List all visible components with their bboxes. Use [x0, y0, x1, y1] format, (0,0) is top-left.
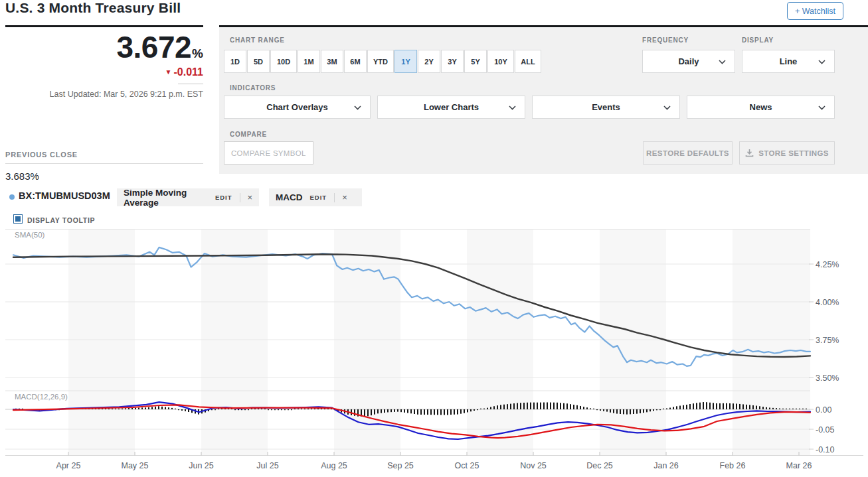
macd-histogram-bar — [689, 404, 691, 409]
macd-histogram-bar — [314, 409, 315, 409]
x-axis-label: Sep 25 — [387, 461, 414, 470]
display-tooltip-checkbox[interactable] — [13, 214, 23, 224]
macd-histogram-bar — [188, 409, 189, 412]
macd-histogram-bar — [437, 409, 438, 415]
macd-histogram-bar — [527, 403, 528, 409]
macd-histogram-bar — [776, 408, 777, 409]
macd-histogram-bar — [281, 409, 282, 410]
macd-histogram-bar — [244, 409, 246, 410]
macd-histogram-bar — [474, 409, 475, 411]
range-button-ytd[interactable]: YTD — [367, 50, 394, 73]
range-button-6m[interactable]: 6M — [344, 50, 367, 73]
macd-histogram-bar — [550, 403, 551, 409]
frequency-label: FREQUENCY — [642, 36, 689, 44]
events-dropdown[interactable]: Events — [532, 96, 680, 119]
macd-histogram-bar — [158, 406, 159, 409]
last-updated: Last Updated: Mar 5, 2026 9:21 p.m. EST — [50, 90, 203, 99]
range-button-5d[interactable]: 5D — [247, 50, 270, 73]
macd-histogram-bar — [576, 405, 578, 409]
macd-histogram-bar — [298, 409, 299, 409]
store-settings-button[interactable]: STORE SETTINGS — [739, 141, 835, 165]
macd-histogram-bar — [374, 409, 375, 415]
range-button-1m[interactable]: 1M — [298, 50, 320, 73]
indicators-label: INDICATORS — [230, 84, 276, 92]
range-button-2y[interactable]: 2Y — [418, 50, 440, 73]
macd-histogram-bar — [626, 409, 628, 415]
news-dropdown[interactable]: News — [687, 96, 835, 119]
edit-button[interactable]: EDIT — [215, 194, 232, 201]
macd-histogram-bar — [387, 409, 389, 412]
chart-overlays-value: Chart Overlays — [266, 102, 328, 112]
macd-histogram-bar — [806, 409, 807, 409]
macd-histogram-bar — [669, 408, 671, 409]
macd-histogram-bar — [118, 409, 120, 409]
range-button-all[interactable]: ALL — [515, 50, 541, 73]
x-axis-label: Dec 25 — [586, 461, 613, 470]
macd-histogram-bar — [238, 409, 239, 410]
range-button-10d[interactable]: 10D — [270, 50, 297, 73]
y-axis-label: -0.05 — [816, 425, 835, 435]
compare-symbol-input[interactable] — [224, 141, 313, 165]
macd-histogram-bar — [792, 409, 794, 409]
restore-defaults-button[interactable]: RESTORE DEFAULTS — [643, 141, 733, 165]
macd-histogram-bar — [596, 409, 598, 410]
lower-charts-dropdown[interactable]: Lower Charts — [377, 96, 525, 119]
close-icon[interactable]: × — [247, 193, 252, 202]
macd-histogram-bar — [397, 409, 398, 412]
macd-histogram-bar — [400, 409, 402, 412]
range-button-1y[interactable]: 1Y — [394, 50, 417, 73]
macd-histogram-bar — [630, 409, 631, 414]
macd-histogram-bar — [643, 409, 644, 413]
range-button-5y[interactable]: 5Y — [464, 50, 487, 73]
macd-histogram-bar — [666, 408, 667, 409]
macd-histogram-bar — [460, 409, 462, 414]
watchlist-button[interactable]: + Watchlist — [787, 2, 843, 20]
store-settings-label: STORE SETTINGS — [758, 149, 829, 157]
quote-page: U.S. 3 Month Treasury Bill 3.672% ▼-0.01… — [0, 0, 868, 477]
macd-histogram-bar — [215, 409, 216, 410]
range-button-1d[interactable]: 1D — [224, 50, 246, 73]
macd-histogram-bar — [686, 405, 687, 409]
frequency-dropdown[interactable]: Daily — [642, 50, 735, 73]
month-band — [600, 230, 666, 455]
chart-overlays-dropdown[interactable]: Chart Overlays — [224, 96, 371, 119]
range-button-3m[interactable]: 3M — [321, 50, 343, 73]
close-icon[interactable]: × — [342, 193, 347, 202]
pill-divider — [334, 193, 335, 202]
macd-histogram-bar — [726, 403, 727, 409]
macd-histogram-bar — [241, 409, 242, 410]
x-axis-label: May 25 — [122, 461, 149, 470]
macd-histogram-bar — [517, 403, 518, 409]
macd-histogram-bar — [457, 409, 458, 415]
macd-histogram-bar — [583, 407, 584, 409]
macd-histogram-bar — [444, 409, 445, 415]
range-button-3y[interactable]: 3Y — [441, 50, 464, 73]
macd-histogram-bar — [258, 409, 259, 409]
chevron-down-icon — [719, 60, 726, 64]
symbol-dot-icon — [9, 194, 15, 200]
display-dropdown[interactable]: Line — [742, 50, 835, 73]
edit-button[interactable]: EDIT — [310, 194, 327, 201]
macd-histogram-bar — [663, 409, 664, 409]
price-display: 3.672% — [116, 32, 203, 62]
macd-histogram-bar — [802, 409, 804, 409]
macd-histogram-bar — [530, 403, 531, 409]
macd-histogram-bar — [636, 409, 638, 414]
previous-close-label: PREVIOUS CLOSE — [5, 151, 78, 159]
macd-histogram-bar — [424, 409, 425, 415]
page-title: U.S. 3 Month Treasury Bill — [5, 0, 181, 16]
macd-histogram-bar — [789, 409, 790, 409]
macd-histogram-bar — [291, 409, 292, 410]
chevron-down-icon — [818, 105, 825, 110]
news-value: News — [750, 102, 772, 112]
macd-histogram-bar — [248, 409, 249, 410]
macd-histogram-bar — [268, 409, 269, 410]
change-badge: ▼-0.011 — [165, 66, 203, 78]
macd-histogram-bar — [181, 409, 183, 411]
events-value: Events — [592, 102, 620, 112]
x-axis-label: Jan 26 — [653, 461, 679, 470]
download-icon — [745, 149, 754, 157]
compare-label: COMPARE — [230, 131, 267, 138]
range-button-10y[interactable]: 10Y — [487, 50, 514, 73]
macd-histogram-bar — [138, 407, 139, 409]
